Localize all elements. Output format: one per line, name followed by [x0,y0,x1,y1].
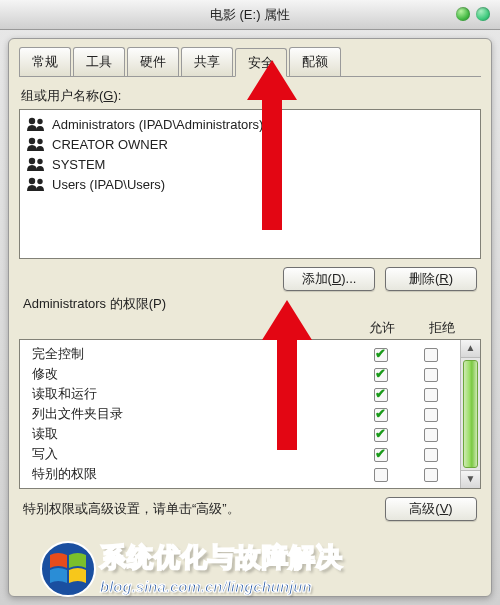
list-item[interactable]: Users (IPAD\Users) [22,174,478,194]
table-row: 修改 [22,364,458,384]
allow-checkbox[interactable] [374,468,388,482]
permissions-headers: 允许 拒绝 [19,319,481,337]
table-row: 写入 [22,444,458,464]
deny-checkbox[interactable] [424,448,438,462]
permission-name: 完全控制 [32,345,356,363]
table-row: 读取和运行 [22,384,458,404]
list-item-label: Users (IPAD\Users) [52,177,165,192]
allow-checkbox[interactable] [374,428,388,442]
list-item[interactable]: SYSTEM [22,154,478,174]
tab-bar: 常规工具硬件共享安全配额 [19,47,481,77]
permission-name: 写入 [32,445,356,463]
advanced-row: 特别权限或高级设置，请单击“高级”。 高级(V) [23,497,477,521]
deny-header: 拒绝 [429,319,455,337]
titlebar: 电影 (E:) 属性 [0,0,500,30]
svg-point-0 [29,118,35,124]
deny-checkbox[interactable] [424,428,438,442]
svg-point-6 [29,178,35,184]
tab-1[interactable]: 工具 [73,47,125,76]
permission-name: 列出文件夹目录 [32,405,356,423]
users-group-icon [26,176,46,192]
table-row: 列出文件夹目录 [22,404,458,424]
table-row: 完全控制 [22,344,458,364]
list-item-label: CREATOR OWNER [52,137,168,152]
group-users-label: 组或用户名称(G): [21,87,481,105]
svg-point-5 [37,159,42,164]
svg-point-3 [37,139,42,144]
add-button[interactable]: 添加(D)... [283,267,375,291]
permission-name: 特别的权限 [32,465,356,483]
window-title: 电影 (E:) 属性 [210,6,290,24]
allow-checkbox[interactable] [374,448,388,462]
tab-5[interactable]: 配额 [289,47,341,76]
permission-name: 修改 [32,365,356,383]
deny-checkbox[interactable] [424,468,438,482]
table-row: 读取 [22,424,458,444]
allow-checkbox[interactable] [374,408,388,422]
minimize-icon[interactable] [456,7,470,21]
deny-checkbox[interactable] [424,388,438,402]
svg-point-2 [29,138,35,144]
window-controls [456,7,490,21]
deny-checkbox[interactable] [424,348,438,362]
permissions-listbox[interactable]: 完全控制修改读取和运行列出文件夹目录读取写入特别的权限 ▲ ▼ [19,339,481,489]
dialog-body: 常规工具硬件共享安全配额 组或用户名称(G): Administrators (… [8,38,492,597]
user-buttons-row: 添加(D)... 删除(R) [19,267,477,291]
users-group-icon [26,136,46,152]
remove-button[interactable]: 删除(R) [385,267,477,291]
svg-point-7 [37,179,42,184]
maximize-icon[interactable] [476,7,490,21]
svg-point-4 [29,158,35,164]
allow-checkbox[interactable] [374,348,388,362]
allow-checkbox[interactable] [374,388,388,402]
list-item-label: SYSTEM [52,157,105,172]
users-group-icon [26,156,46,172]
advanced-button[interactable]: 高级(V) [385,497,477,521]
users-listbox[interactable]: Administrators (IPAD\Administrators)CREA… [19,109,481,259]
list-item-label: Administrators (IPAD\Administrators) [52,117,263,132]
users-group-icon [26,116,46,132]
allow-header: 允许 [369,319,395,337]
tab-4[interactable]: 安全 [235,48,287,77]
scroll-thumb[interactable] [463,360,478,468]
permission-name: 读取和运行 [32,385,356,403]
tab-3[interactable]: 共享 [181,47,233,76]
allow-checkbox[interactable] [374,368,388,382]
deny-checkbox[interactable] [424,408,438,422]
scroll-up-icon[interactable]: ▲ [461,340,480,358]
permission-name: 读取 [32,425,356,443]
advanced-text: 特别权限或高级设置，请单击“高级”。 [23,500,377,518]
list-item[interactable]: Administrators (IPAD\Administrators) [22,114,478,134]
deny-checkbox[interactable] [424,368,438,382]
permissions-label: Administrators 的权限(P) [23,295,481,313]
table-row: 特别的权限 [22,464,458,484]
scroll-down-icon[interactable]: ▼ [461,470,480,488]
permissions-scrollbar[interactable]: ▲ ▼ [460,340,480,488]
tab-0[interactable]: 常规 [19,47,71,76]
svg-point-1 [37,119,42,124]
tab-2[interactable]: 硬件 [127,47,179,76]
list-item[interactable]: CREATOR OWNER [22,134,478,154]
